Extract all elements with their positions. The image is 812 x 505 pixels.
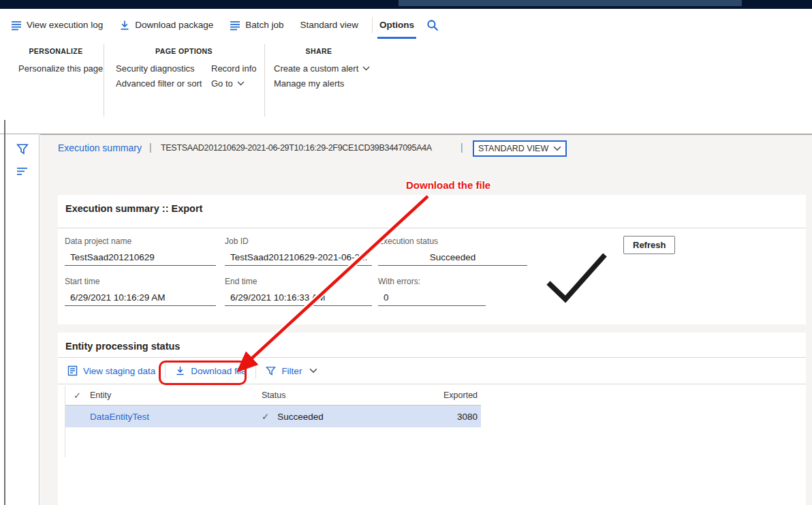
chevron-down-icon xyxy=(553,146,561,151)
list-icon xyxy=(230,20,240,31)
entity-toolbar: View staging data Download file Filter xyxy=(58,358,806,384)
entity-link[interactable]: DataEntityTest xyxy=(90,412,262,422)
filter-sidebar xyxy=(5,135,40,505)
batch-job-button[interactable]: Batch job xyxy=(230,20,283,31)
action-pane-tabs: View execution log Download package Batc… xyxy=(0,9,439,41)
group-header-share: SHARE xyxy=(306,47,332,55)
status-check-icon: ✓ xyxy=(262,411,269,422)
manage-my-alerts-button[interactable]: Manage my alerts xyxy=(274,78,344,89)
breadcrumb-record-id: TESTSAAD201210629-2021-06-29T10:16:29-2F… xyxy=(161,143,432,153)
group-divider xyxy=(104,44,104,117)
personalize-this-page-button[interactable]: Personalize this page xyxy=(18,63,103,74)
success-check-annotation xyxy=(535,249,616,311)
content-top-border xyxy=(40,134,812,135)
view-selector-label: STANDARD VIEW xyxy=(478,144,548,153)
download-package-button[interactable]: Download package xyxy=(119,20,213,31)
execution-summary-screen: View execution log Download package Batc… xyxy=(0,0,812,505)
filter-lines-icon[interactable] xyxy=(16,167,29,177)
field-value-start-time[interactable]: 6/29/2021 10:16:29 AM xyxy=(65,292,216,306)
view-staging-data-label: View staging data xyxy=(83,366,155,376)
download-file-button[interactable]: Download file xyxy=(175,365,246,376)
breadcrumb-separator: | xyxy=(460,142,463,153)
column-header-entity[interactable]: Entity xyxy=(90,391,262,400)
security-diagnostics-button[interactable]: Security diagnostics xyxy=(116,63,195,74)
options-tab[interactable]: Options xyxy=(379,20,414,30)
group-divider xyxy=(264,44,265,117)
tab-separator xyxy=(372,17,373,33)
create-custom-alert-label: Create a custom alert xyxy=(274,63,358,74)
view-execution-log-label: View execution log xyxy=(27,20,103,30)
view-selector-dropdown[interactable]: STANDARD VIEW xyxy=(473,140,567,157)
table-header-row: ✓ Entity Status Exported xyxy=(65,386,481,405)
field-label-data-project-name: Data project name xyxy=(65,236,131,246)
batch-job-label: Batch job xyxy=(245,20,283,30)
field-value-with-errors[interactable]: 0 xyxy=(378,292,486,306)
filter-funnel-icon xyxy=(266,366,276,376)
field-value-execution-status[interactable]: Succeeded xyxy=(378,252,527,266)
breadcrumb-page-link[interactable]: Execution summary xyxy=(58,142,142,153)
create-custom-alert-button[interactable]: Create a custom alert xyxy=(274,63,370,74)
section-divider xyxy=(58,228,806,228)
field-label-start-time: Start time xyxy=(65,277,99,286)
table-row[interactable]: DataEntityTest ✓ Succeeded 3080 xyxy=(65,405,481,427)
column-header-exported[interactable]: Exported xyxy=(443,391,482,400)
toolbar-separator xyxy=(165,363,166,378)
field-label-job-id: Job ID xyxy=(225,236,249,246)
search-icon xyxy=(426,19,439,31)
breadcrumb-separator: | xyxy=(149,142,152,153)
standard-view-label: Standard view xyxy=(300,20,358,30)
execution-summary-title: Execution summary :: Export xyxy=(65,203,202,214)
status-cell: ✓ Succeeded xyxy=(262,411,443,422)
main-content: Execution summary | TESTSAAD201210629-20… xyxy=(40,135,812,505)
group-header-personalize: PERSONALIZE xyxy=(29,47,82,55)
filter-funnel-icon[interactable] xyxy=(16,143,29,155)
action-pane: View execution log Download package Batc… xyxy=(0,9,812,134)
chevron-down-icon xyxy=(237,81,245,86)
field-value-data-project-name[interactable]: TestSaad201210629 xyxy=(65,252,216,266)
filter-button[interactable]: Filter xyxy=(266,366,317,376)
entity-processing-card: Entity processing status View staging da… xyxy=(58,333,806,505)
advanced-filter-or-sort-button[interactable]: Advanced filter or sort xyxy=(116,78,202,89)
group-header-page-options: PAGE OPTIONS xyxy=(155,47,213,55)
record-info-button[interactable]: Record info xyxy=(211,63,256,74)
view-execution-log-button[interactable]: View execution log xyxy=(11,20,103,31)
select-all-check-icon[interactable]: ✓ xyxy=(65,391,90,401)
top-nav-search-box[interactable] xyxy=(399,0,742,6)
field-value-end-time[interactable]: 6/29/2021 10:16:33 AM xyxy=(225,292,372,306)
filter-label: Filter xyxy=(281,366,302,376)
options-label: Options xyxy=(379,20,414,30)
toolbar-divider xyxy=(58,384,806,384)
refresh-button[interactable]: Refresh xyxy=(623,236,675,254)
column-header-status[interactable]: Status xyxy=(262,391,443,400)
field-label-end-time: End time xyxy=(225,277,257,286)
execution-summary-card: Execution summary :: Export Data project… xyxy=(58,195,806,324)
chevron-down-icon xyxy=(362,66,370,71)
toolbar-separator xyxy=(255,363,256,378)
search-button[interactable] xyxy=(426,19,439,31)
list-icon xyxy=(11,20,22,31)
field-label-execution-status: Execution status xyxy=(378,236,438,246)
field-label-with-errors: With errors: xyxy=(378,277,420,286)
go-to-label: Go to xyxy=(211,78,233,89)
download-icon xyxy=(119,20,130,31)
chevron-down-icon xyxy=(309,368,317,373)
download-file-label: Download file xyxy=(191,366,246,376)
go-to-button[interactable]: Go to xyxy=(211,78,245,89)
entity-table: ✓ Entity Status Exported DataEntityTest … xyxy=(65,386,481,457)
download-package-label: Download package xyxy=(135,20,213,30)
download-icon xyxy=(175,365,185,376)
view-staging-data-button[interactable]: View staging data xyxy=(67,365,155,376)
exported-count: 3080 xyxy=(443,412,482,422)
standard-view-tab[interactable]: Standard view xyxy=(300,20,358,30)
status-text: Succeeded xyxy=(277,412,324,422)
field-value-job-id[interactable]: TestSaad201210629-2021-06-2... xyxy=(225,252,372,266)
entity-processing-title: Entity processing status xyxy=(65,341,180,352)
staging-data-icon xyxy=(67,365,78,376)
